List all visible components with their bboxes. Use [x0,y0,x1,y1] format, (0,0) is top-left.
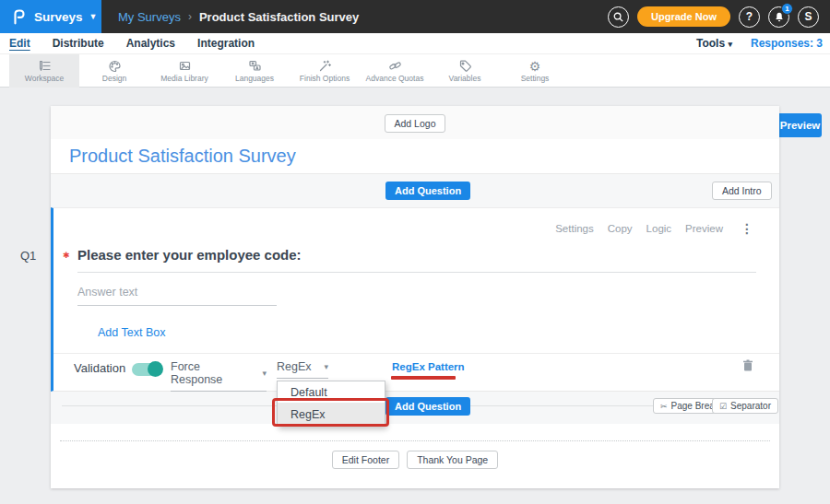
menu-option-default[interactable]: Default [278,381,385,403]
answer-input-underline [77,305,277,306]
menu-option-regex[interactable]: RegEx [278,403,385,426]
toolbar-item-media-library[interactable]: Media Library [149,54,219,88]
toolbar-item-settings[interactable]: ⚙ Settings [500,54,570,88]
validation-type-menu: Default RegEx [277,381,385,427]
survey-nav-right: Tools ▾ Responses: 3 [696,37,830,50]
chevron-down-icon: ▾ [262,369,267,378]
app-window: Surveys ▼ My Surveys › Product Satisfact… [0,0,830,504]
separator-button[interactable]: ☑ Separator [712,398,778,414]
palette-icon [108,59,122,73]
toggle-knob [148,361,163,377]
top-bar: Surveys ▼ My Surveys › Product Satisfact… [0,0,830,33]
question-underline [77,272,756,273]
upgrade-now-button[interactable]: Upgrade Now [637,6,730,27]
survey-nav-tabs: Edit Distribute Analytics Integration [0,37,255,50]
surveys-menu-label: Surveys [34,10,83,24]
breadcrumb-separator-icon: › [188,10,192,23]
question-preview-link[interactable]: Preview [685,223,723,234]
tab-distribute[interactable]: Distribute [53,37,104,50]
kebab-menu-icon[interactable]: ⋮ [741,221,753,236]
breadcrumb-my-surveys[interactable]: My Surveys [118,10,181,24]
thank-you-page-button[interactable]: Thank You Page [407,451,498,469]
toolbar-item-languages[interactable]: Languages [219,54,290,88]
validation-divider [53,353,779,354]
top-actions-row: Add Question Add Intro [51,174,779,207]
tab-integration[interactable]: Integration [197,37,255,50]
checkbox-icon: ☑ [719,402,727,411]
chevron-down-icon: ▾ [728,40,732,49]
chain-links-icon [388,59,402,73]
toolbar-items: Workspace Design Media Library Languages [0,54,830,88]
footer-dotted-divider [60,440,770,441]
search-button[interactable] [608,6,629,28]
question-menu: Settings Copy Logic Preview ⋮ [555,221,753,236]
add-text-box-link[interactable]: Add Text Box [98,326,165,339]
add-question-button-bottom[interactable]: Add Question [385,397,470,416]
question-settings-link[interactable]: Settings [555,223,594,234]
notifications-button[interactable]: 1 [768,6,789,28]
scissors-icon: ✂ [660,402,668,411]
avatar-initial: S [804,10,812,23]
toolbar-item-advance-quotas[interactable]: Advance Quotas [360,54,430,88]
toolbar-item-finish-options[interactable]: Finish Options [290,54,360,88]
workspace-icon [38,59,52,73]
tab-analytics[interactable]: Analytics [126,37,175,50]
avatar[interactable]: S [798,6,819,28]
survey-editor-card: Add Logo Product Satisfaction Survey Add… [51,106,779,488]
help-button[interactable]: ? [739,6,760,28]
edit-footer-button[interactable]: Edit Footer [332,451,399,469]
magic-wand-icon [318,59,332,73]
help-icon: ? [746,10,753,23]
add-intro-button[interactable]: Add Intro [712,182,772,200]
survey-nav: Edit Distribute Analytics Integration To… [0,33,830,54]
gear-icon: ⚙ [529,59,541,73]
question-number-label: Q1 [20,249,36,263]
toolbar-item-workspace[interactable]: Workspace [9,54,79,88]
footer-buttons-row: Edit Footer Thank You Page [51,451,779,469]
search-icon [612,11,624,23]
tag-icon [458,59,472,73]
survey-title[interactable]: Product Satisfaction Survey [69,146,296,167]
add-logo-button[interactable]: Add Logo [385,114,446,133]
tools-menu[interactable]: Tools ▾ [696,37,732,50]
delete-question-trash-icon[interactable] [742,358,753,376]
tab-edit[interactable]: Edit [9,37,30,50]
breadcrumb-current-survey: Product Satisfaction Survey [199,10,359,24]
required-asterisk-icon: ✱ [63,251,70,260]
answer-text-placeholder[interactable]: Answer text [77,286,137,299]
notification-badge: 1 [781,3,793,15]
toolbar-item-variables[interactable]: Variables [430,54,500,88]
surveys-product-menu[interactable]: Surveys ▼ [0,0,101,33]
translate-icon [248,59,262,73]
editor-toolbar: Workspace Design Media Library Languages [0,54,830,88]
question-block: Settings Copy Logic Preview ⋮ ✱ Please e… [51,207,779,392]
topbar-actions: Upgrade Now ? 1 S [608,6,830,28]
questionpro-logo-icon [11,8,28,25]
breadcrumb: My Surveys › Product Satisfaction Survey [118,10,359,24]
title-row: Product Satisfaction Survey [51,139,779,174]
question-text[interactable]: Please enter your employee code: [77,247,302,263]
chevron-down-icon: ▾ [324,362,328,371]
question-copy-link[interactable]: Copy [608,223,633,234]
validation-type-dropdown[interactable]: RegEx ▾ [277,360,328,379]
validation-toggle[interactable] [132,363,162,376]
regex-pattern-link[interactable]: RegEx Pattern [392,361,465,372]
force-response-dropdown[interactable]: Force Response ▾ [171,360,267,392]
add-question-button-top[interactable]: Add Question [385,182,470,200]
responses-link[interactable]: Responses: 3 [751,37,823,50]
validation-label: Validation [74,361,125,375]
image-icon [178,59,192,73]
logo-row: Add Logo [51,106,779,139]
toolbar-item-design[interactable]: Design [79,54,149,88]
question-logic-link[interactable]: Logic [646,223,672,234]
chevron-down-icon: ▼ [89,12,98,21]
annotation-red-underline [391,376,456,380]
